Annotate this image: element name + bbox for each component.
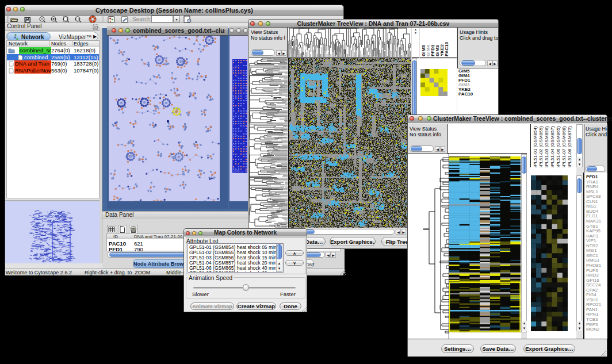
- svg-text:1:1: 1:1: [76, 18, 79, 21]
